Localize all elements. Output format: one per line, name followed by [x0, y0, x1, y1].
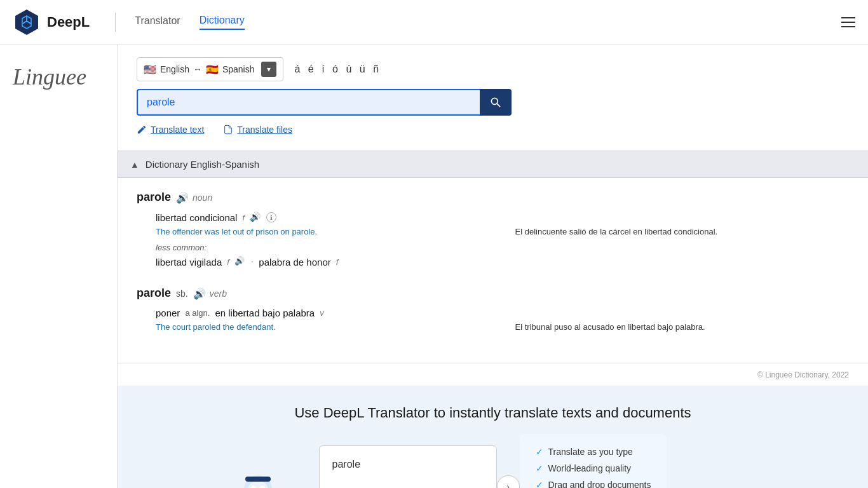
translate-arrow-button[interactable]: › [497, 475, 520, 488]
noun-translation-block: libertad condicional f 🔊 ℹ The offender … [156, 212, 849, 268]
alt-gender-2: f [336, 257, 339, 267]
entry-verb: parole sb. 🔊 verb poner a algn. en liber… [137, 287, 849, 332]
trans-addition: a algn. [185, 308, 210, 318]
translate-files-label: Translate files [237, 125, 292, 135]
hamburger-menu[interactable] [841, 17, 855, 27]
example-en-verb: The court paroled the defendant. [156, 322, 490, 332]
action-links: Translate text Translate files [137, 125, 849, 135]
example-en-noun: The offender was let out of prison on pa… [156, 227, 490, 236]
content-area: 🇺🇸 English ↔ 🇪🇸 Spanish ▾ á é í ó ú ü ñ [118, 44, 868, 488]
dot-separator: · [251, 256, 254, 268]
sound-noun-icon[interactable]: 🔊 [176, 192, 187, 203]
promo-title: Use DeepL Translator to instantly transl… [137, 405, 849, 421]
check-icon-1: ✓ [536, 447, 543, 457]
trans-rest: en libertad bajo palabra [215, 308, 315, 318]
promo-section: Use DeepL Translator to instantly transl… [118, 386, 868, 488]
promo-content: parole › ✓ Translate as you type ✓ World… [271, 434, 715, 488]
check-icon-3: ✓ [536, 480, 543, 488]
nav-divider [115, 13, 116, 32]
trans-word-noun: libertad condicional [156, 212, 237, 223]
dictionary-header-label: Dictionary English-Spanish [146, 159, 259, 170]
svg-line-2 [497, 104, 500, 107]
search-row [137, 89, 512, 116]
feature-label-2: World-leading quality [548, 463, 631, 473]
dictionary-header: ▲ Dictionary English-Spanish [118, 151, 868, 178]
translator-input-text: parole [332, 459, 360, 470]
feature-item-1: ✓ Translate as you type [536, 447, 651, 457]
lang-dropdown-button[interactable]: ▾ [261, 62, 276, 77]
svg-marker-0 [15, 10, 38, 35]
translate-text-link[interactable]: Translate text [137, 125, 204, 135]
features-box: ✓ Translate as you type ✓ World-leading … [520, 434, 667, 488]
logo-area: DeepL [13, 8, 90, 36]
language-row: 🇺🇸 English ↔ 🇪🇸 Spanish ▾ á é í ó ú ü ñ [137, 57, 849, 81]
main-wrapper: Linguee 🇺🇸 English ↔ 🇪🇸 Spanish ▾ á é í … [0, 44, 868, 488]
lang-from-label: English [160, 64, 189, 74]
search-input[interactable] [137, 89, 480, 116]
alt-word-2: palabra de honor [259, 257, 330, 268]
collapse-icon[interactable]: ▲ [130, 159, 139, 170]
alt-gender-1: f [227, 257, 229, 267]
feature-label-3: Drag and drop documents [548, 480, 651, 488]
check-icon-2: ✓ [536, 463, 543, 473]
file-icon [223, 125, 233, 135]
robot-svg [220, 454, 296, 488]
entry-word-verb: parole [137, 287, 171, 300]
entry-sb: sb. [176, 288, 188, 299]
example-row-noun: The offender was let out of prison on pa… [156, 227, 849, 236]
example-es-verb: El tribunal puso al acusado en libertad … [515, 322, 850, 332]
alt-translations: libertad vigilada f 🔊 · palabra de honor… [156, 256, 849, 268]
left-sidebar: Linguee [0, 44, 118, 488]
translate-text-label: Translate text [151, 125, 204, 135]
search-button[interactable] [480, 89, 512, 116]
entry-noun-header: parole 🔊 noun [137, 191, 849, 204]
trans-gender-verb: v [320, 308, 324, 318]
dictionary-results: parole 🔊 noun libertad condicional f 🔊 ℹ… [118, 178, 868, 363]
main-nav: Translator Dictionary [135, 15, 245, 30]
search-section: 🇺🇸 English ↔ 🇪🇸 Spanish ▾ á é í ó ú ü ñ [118, 44, 868, 151]
verb-translation-block: poner a algn. en libertad bajo palabra v… [156, 308, 849, 332]
nav-translator[interactable]: Translator [135, 15, 180, 29]
swap-icon: ↔ [193, 64, 202, 74]
trans-gender-noun: f [242, 213, 245, 222]
linguee-logo: Linguee [13, 64, 86, 90]
svg-rect-10 [245, 477, 271, 482]
example-es-noun: El delincuente salió de la cárcel en lib… [515, 227, 850, 236]
feature-label-1: Translate as you type [548, 447, 633, 457]
special-chars: á é í ó ú ü ñ [295, 64, 382, 75]
lang-to-label: Spanish [222, 64, 255, 74]
entry-noun: parole 🔊 noun libertad condicional f 🔊 ℹ… [137, 191, 849, 268]
entry-pos-verb: verb [210, 288, 227, 299]
less-common-label: less common: [156, 243, 849, 252]
verb-main-translation: poner a algn. en libertad bajo palabra v [156, 308, 849, 318]
nav-dictionary[interactable]: Dictionary [200, 15, 245, 30]
flag-from-icon: 🇺🇸 [144, 64, 156, 76]
sound-alt1-icon[interactable]: 🔊 [234, 256, 246, 268]
info-icon[interactable]: ℹ [266, 212, 276, 222]
robot-illustration [220, 454, 296, 488]
noun-main-translation: libertad condicional f 🔊 ℹ [156, 212, 849, 223]
entry-verb-header: parole sb. 🔊 verb [137, 287, 849, 300]
feature-item-2: ✓ World-leading quality [536, 463, 651, 473]
entry-pos-noun: noun [193, 193, 212, 203]
entry-word-noun: parole [137, 191, 171, 204]
feature-item-3: ✓ Drag and drop documents [536, 480, 651, 488]
translator-input-box[interactable]: parole [319, 445, 497, 488]
language-selector[interactable]: 🇺🇸 English ↔ 🇪🇸 Spanish ▾ [137, 57, 283, 81]
sound-verb-icon[interactable]: 🔊 [193, 288, 205, 299]
sound-trans-icon[interactable]: 🔊 [250, 212, 261, 223]
translate-files-link[interactable]: Translate files [223, 125, 292, 135]
flag-to-icon: 🇪🇸 [206, 64, 219, 76]
logo-text: DeepL [47, 14, 90, 30]
copyright: © Linguee Dictionary, 2022 [118, 363, 868, 386]
search-icon [489, 96, 502, 109]
example-row-verb: The court paroled the defendant. El trib… [156, 322, 849, 332]
pencil-icon [137, 125, 147, 135]
alt-word-1: libertad vigilada [156, 257, 222, 268]
trans-word-verb: poner [156, 308, 180, 318]
header: DeepL Translator Dictionary [0, 0, 868, 44]
deepl-logo-icon [13, 8, 41, 36]
